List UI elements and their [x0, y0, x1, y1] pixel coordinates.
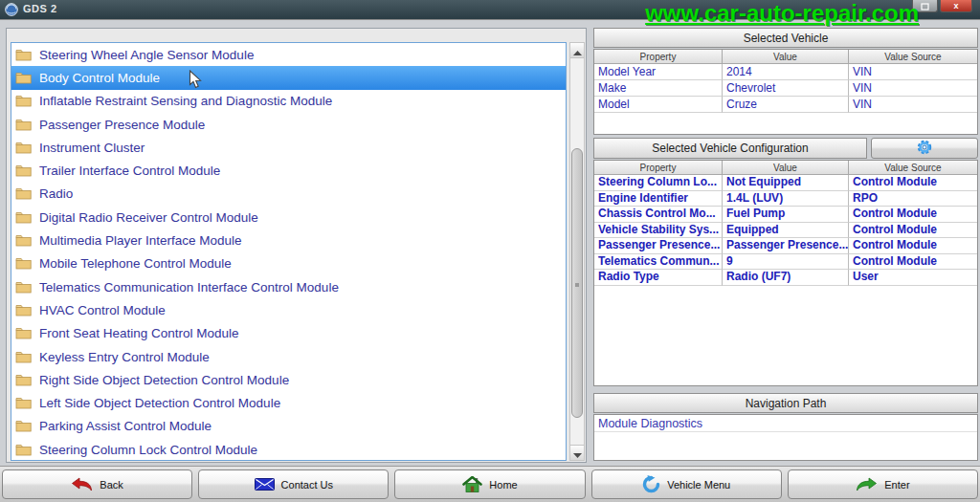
toolbar-button-label: Contact Us — [281, 479, 333, 491]
back-button[interactable]: Back — [2, 469, 192, 499]
column-header: Value Source — [849, 50, 977, 64]
module-list-item[interactable]: Mobile Telephone Control Module — [11, 252, 566, 275]
table-cell: 2014 — [723, 64, 849, 80]
table-cell: Control Module — [849, 254, 977, 271]
table-row: Radio TypeRadio (UF7)User — [594, 270, 977, 286]
module-list-item-label: Instrument Cluster — [39, 141, 145, 155]
folder-icon — [15, 397, 33, 409]
home-icon — [462, 476, 482, 492]
module-list-item[interactable]: Front Seat Heating Control Module — [11, 322, 566, 345]
configuration-refresh-button[interactable] — [871, 138, 978, 159]
module-list-item[interactable]: Steering Column Lock Control Module — [11, 438, 566, 461]
navigation-path-item[interactable]: Module Diagnostics — [594, 415, 977, 432]
module-list-item[interactable]: Right Side Object Detection Control Modu… — [11, 368, 566, 391]
toolbar-button-label: Home — [489, 479, 517, 491]
module-list-item[interactable]: Trailer Interface Control Module — [11, 159, 566, 182]
module-list-item[interactable]: Body Control Module — [11, 66, 566, 89]
vehicle-menu-icon — [642, 475, 660, 493]
module-list-item[interactable]: Keyless Entry Control Module — [11, 345, 566, 368]
table-cell: 1.4L (LUV) — [723, 191, 849, 207]
folder-icon — [15, 281, 33, 294]
toolbar-button-label: Vehicle Menu — [667, 479, 730, 491]
bottom-toolbar: BackContact UsHomeVehicle MenuEnter — [0, 466, 980, 502]
table-cell: Passenger Presence... — [594, 238, 723, 254]
table-cell: Control Module — [849, 238, 977, 254]
folder-icon — [15, 119, 33, 131]
module-list-item[interactable]: Radio — [11, 183, 566, 206]
table-cell: Control Module — [849, 175, 977, 191]
navigation-path-section: Navigation Path Module Diagnostics — [593, 393, 978, 461]
folder-icon — [15, 327, 33, 339]
home-button[interactable]: Home — [394, 469, 585, 499]
folder-icon — [15, 234, 33, 247]
module-list-item[interactable]: Parking Assist Control Module — [11, 415, 566, 438]
scroll-up-button[interactable] — [570, 43, 584, 58]
module-list-item[interactable]: HVAC Control Module — [11, 298, 566, 321]
module-list-item[interactable]: Digital Radio Receiver Control Module — [11, 206, 566, 229]
table-cell: Chevrolet — [723, 80, 849, 97]
toolbar-button-label: Enter — [884, 479, 909, 491]
module-list-item[interactable]: Telematics Communication Interface Contr… — [11, 275, 566, 298]
vehicle-menu-button[interactable]: Vehicle Menu — [591, 469, 782, 499]
module-list-item-label: Multimedia Player Interface Module — [39, 233, 242, 248]
module-list-scrollbar[interactable] — [569, 42, 585, 461]
module-list-item[interactable]: Passenger Presence Module — [11, 113, 566, 136]
table-cell: Equipped — [723, 223, 849, 239]
column-header: Value — [723, 161, 849, 175]
toolbar-button-label: Back — [100, 479, 122, 491]
mail-icon — [255, 478, 275, 491]
window-title: GDS 2 — [23, 3, 57, 14]
back-arrow-icon — [71, 477, 93, 491]
module-list-item[interactable]: Steering Wheel Angle Sensor Module — [11, 43, 566, 66]
gear-icon — [913, 139, 936, 159]
enter-button[interactable]: Enter — [788, 469, 978, 499]
folder-icon — [15, 211, 33, 224]
scroll-down-icon — [573, 445, 582, 462]
vehicle-configuration-section: Selected Vehicle Configuration PropertyV… — [593, 138, 978, 388]
gds2-app-icon — [5, 3, 18, 16]
restore-icon — [921, 0, 929, 13]
vehicle-configuration-table: PropertyValueValue SourceSteering Column… — [593, 160, 978, 386]
module-list-item-label: HVAC Control Module — [39, 303, 166, 317]
table-cell: Not Equipped — [723, 175, 849, 191]
table-row: MakeChevroletVIN — [594, 80, 977, 97]
module-list-item[interactable]: Instrument Cluster — [11, 136, 566, 159]
module-list-item[interactable]: Inflatable Restraint Sensing and Diagnos… — [11, 90, 566, 113]
module-list-item-label: Digital Radio Receiver Control Module — [39, 210, 258, 225]
selected-vehicle-title: Selected Vehicle — [593, 28, 978, 48]
folder-icon — [15, 95, 33, 107]
table-cell: Cruze — [723, 97, 849, 113]
scrollbar-grip — [575, 283, 579, 287]
folder-icon — [15, 72, 33, 84]
module-list-item-label: Keyless Entry Control Module — [39, 350, 210, 364]
folder-icon — [15, 164, 33, 177]
navigation-path-title: Navigation Path — [593, 393, 978, 413]
table-cell: Passenger Presence... — [723, 238, 849, 254]
navigation-path-list: Module Diagnostics — [593, 414, 978, 461]
table-cell: Steering Column Lo... — [594, 175, 723, 191]
column-header: Value — [723, 50, 849, 64]
selected-vehicle-section: Selected Vehicle PropertyValueValue Sour… — [593, 28, 978, 135]
folder-icon — [15, 49, 33, 61]
table-row: Telematics Commun...9Control Module — [594, 254, 977, 271]
module-list-item-label: Inflatable Restraint Sensing and Diagnos… — [39, 94, 332, 108]
module-list-item-label: Parking Assist Control Module — [39, 419, 212, 433]
scroll-down-button[interactable] — [570, 445, 584, 460]
table-cell: Chassis Control Mo... — [594, 207, 723, 223]
module-list-item-label: Front Seat Heating Control Module — [39, 326, 239, 340]
module-list-item-label: Telematics Communication Interface Contr… — [39, 280, 339, 295]
table-cell: Control Module — [849, 223, 977, 239]
folder-icon — [15, 142, 33, 154]
module-list-item-label: Steering Column Lock Control Module — [39, 443, 257, 457]
close-icon: x — [953, 2, 958, 11]
scrollbar-thumb[interactable] — [571, 148, 583, 418]
table-row: Chassis Control Mo...Fuel PumpControl Mo… — [594, 207, 977, 223]
module-list-item[interactable]: Multimedia Player Interface Module — [11, 229, 566, 251]
module-list-item-label: Right Side Object Detection Control Modu… — [39, 373, 289, 387]
folder-icon — [15, 304, 33, 316]
table-row: Vehicle Stability Sys...EquippedControl … — [594, 223, 977, 239]
contact-us-button[interactable]: Contact Us — [198, 469, 389, 499]
module-list-item[interactable]: Left Side Object Detection Control Modul… — [11, 391, 566, 414]
close-button[interactable]: x — [940, 0, 972, 12]
table-row: Engine Identifier1.4L (LUV)RPO — [594, 191, 977, 207]
